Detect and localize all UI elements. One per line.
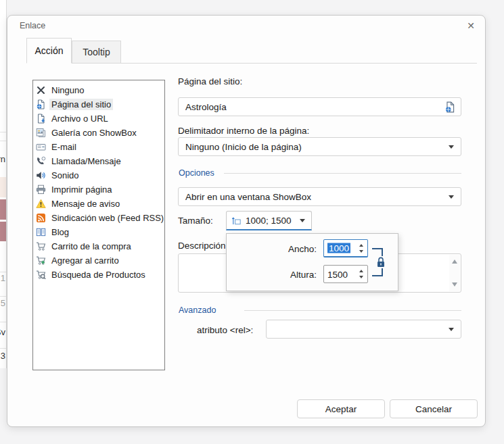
chevron-down-icon bbox=[449, 328, 454, 331]
table-text-fragment: 1 bbox=[1, 273, 5, 283]
list-item[interactable]: Archivo o URL bbox=[33, 112, 164, 126]
size-dropdown[interactable]: 1000; 1500 bbox=[226, 211, 312, 230]
tab-tooltip[interactable]: Tooltip bbox=[72, 41, 121, 63]
list-item-label: Sindicación web (Feed RSS) bbox=[49, 212, 165, 224]
list-item[interactable]: Página del sitio bbox=[33, 97, 164, 112]
options-header: Opciones bbox=[179, 168, 214, 178]
rss-feed-icon bbox=[36, 213, 46, 223]
table-row-divider bbox=[0, 272, 7, 272]
print-page-icon bbox=[36, 184, 46, 195]
anchor-value: Ninguno (Inicio de la página) bbox=[185, 142, 302, 152]
accept-button[interactable]: Aceptar bbox=[297, 399, 385, 418]
list-item-label: Agregar al carrito bbox=[49, 255, 121, 266]
list-item-label: Llamada/Mensaje bbox=[49, 155, 123, 167]
list-item-label: E-mail bbox=[49, 141, 78, 153]
lock-icon[interactable] bbox=[375, 256, 386, 268]
list-item[interactable]: Mensaje de aviso bbox=[33, 197, 164, 211]
anchor-select[interactable]: Ninguno (Inicio de la página) bbox=[178, 137, 461, 156]
table-row-divider bbox=[0, 141, 7, 141]
height-spinner[interactable]: 1500 bbox=[323, 265, 368, 283]
site-page-input[interactable] bbox=[185, 99, 440, 115]
dialog-title: Enlace bbox=[20, 21, 45, 30]
description-scrollbar[interactable] bbox=[449, 255, 460, 291]
table-row-divider bbox=[0, 348, 7, 349]
spin-up-icon[interactable] bbox=[359, 270, 363, 272]
description-label: Descripción: bbox=[178, 241, 228, 251]
list-item[interactable]: Galería con ShowBox bbox=[33, 126, 164, 140]
size-label: Tamaño: bbox=[178, 216, 213, 226]
site-page-picker-icon[interactable] bbox=[444, 101, 456, 113]
spin-down-icon[interactable] bbox=[359, 250, 363, 253]
background-table-fragment: rn15Sv3 bbox=[0, 0, 7, 368]
table-row-divider bbox=[0, 132, 7, 132]
anchor-label: Delimitador interno de la página: bbox=[178, 126, 309, 136]
spin-up-icon[interactable] bbox=[359, 244, 363, 247]
list-item[interactable]: Carrito de la compra bbox=[33, 239, 164, 253]
list-item-label: Imprimir página bbox=[49, 184, 114, 195]
chevron-down-icon bbox=[449, 145, 454, 149]
file-url-icon bbox=[36, 114, 46, 124]
list-item[interactable]: Agregar al carrito bbox=[33, 253, 164, 268]
advanced-header: Avanzado bbox=[179, 305, 216, 315]
gallery-showbox-icon bbox=[36, 128, 46, 138]
width-spinner-arrows[interactable] bbox=[357, 240, 365, 256]
add-to-cart-icon bbox=[36, 255, 46, 266]
list-item-label: Ninguno bbox=[49, 84, 86, 96]
table-cell-fragment bbox=[0, 177, 7, 197]
advanced-header-line bbox=[244, 310, 461, 311]
table-text-fragment: rn bbox=[0, 154, 5, 164]
shopping-cart-icon bbox=[36, 241, 46, 251]
options-header-line bbox=[224, 173, 461, 174]
list-item-label: Blog bbox=[49, 226, 71, 238]
product-search-icon bbox=[36, 270, 46, 280]
list-item-label: Página del sitio bbox=[49, 99, 113, 110]
list-item[interactable]: E-mail bbox=[33, 140, 164, 154]
height-value: 1500 bbox=[327, 269, 348, 279]
site-page-label: Página del sitio: bbox=[178, 76, 242, 87]
close-icon[interactable]: ✕ bbox=[463, 18, 478, 33]
list-item[interactable]: Sonido bbox=[33, 168, 164, 182]
list-item-label: Mensaje de aviso bbox=[49, 198, 122, 209]
blog-icon bbox=[36, 227, 46, 237]
list-item-label: Carrito de la compra bbox=[49, 241, 133, 252]
rel-attribute-select[interactable] bbox=[266, 320, 461, 339]
open-mode-select[interactable]: Abrir en una ventana ShowBox bbox=[178, 187, 461, 206]
list-item[interactable]: Blog bbox=[33, 225, 164, 239]
list-item-label: Archivo o URL bbox=[49, 113, 110, 124]
list-item[interactable]: Llamada/Mensaje bbox=[33, 154, 164, 168]
height-spinner-arrows[interactable] bbox=[357, 266, 365, 282]
spin-down-icon[interactable] bbox=[359, 276, 363, 278]
sound-icon bbox=[36, 170, 46, 180]
tab-accion[interactable]: Acción bbox=[26, 38, 72, 64]
table-row-divider bbox=[0, 296, 7, 297]
scroll-down-icon[interactable] bbox=[452, 282, 457, 287]
list-item[interactable]: Sindicación web (Feed RSS) bbox=[33, 211, 164, 225]
none-icon bbox=[36, 85, 46, 95]
width-spinner[interactable]: 1000 bbox=[323, 239, 368, 257]
site-page-field[interactable] bbox=[178, 97, 461, 116]
email-icon bbox=[36, 142, 46, 152]
table-text-fragment: 3 bbox=[1, 351, 5, 361]
list-item[interactable]: Imprimir página bbox=[33, 182, 164, 197]
warning-message-icon bbox=[36, 199, 46, 209]
scroll-up-icon[interactable] bbox=[452, 260, 457, 264]
open-mode-value: Abrir en una ventana ShowBox bbox=[185, 192, 311, 202]
chevron-down-icon bbox=[449, 195, 454, 199]
tabstrip-divider bbox=[26, 63, 477, 64]
list-item-label: Galería con ShowBox bbox=[49, 127, 139, 139]
table-text-fragment: Sv bbox=[0, 327, 5, 337]
chevron-down-icon bbox=[300, 219, 305, 222]
width-label: Ancho: bbox=[232, 244, 317, 254]
list-item[interactable]: Ninguno bbox=[33, 83, 164, 97]
list-item-label: Sonido bbox=[49, 170, 81, 181]
link-dialog: Enlace ✕ Acción Tooltip NingunoPágina de… bbox=[7, 15, 486, 427]
cancel-button[interactable]: Cancelar bbox=[390, 399, 478, 418]
width-value: 1000 bbox=[327, 243, 350, 253]
link-action-listbox: NingunoPágina del sitioArchivo o URLGale… bbox=[32, 80, 165, 370]
call-message-icon bbox=[36, 156, 46, 166]
table-cell-fragment bbox=[0, 199, 7, 220]
list-item-label: Búsqueda de Productos bbox=[49, 269, 147, 280]
list-item[interactable]: Búsqueda de Productos bbox=[33, 268, 164, 282]
site-page-icon bbox=[36, 99, 46, 109]
screen: rn15Sv3 Enlace ✕ Acción Tooltip NingunoP… bbox=[0, 0, 504, 444]
